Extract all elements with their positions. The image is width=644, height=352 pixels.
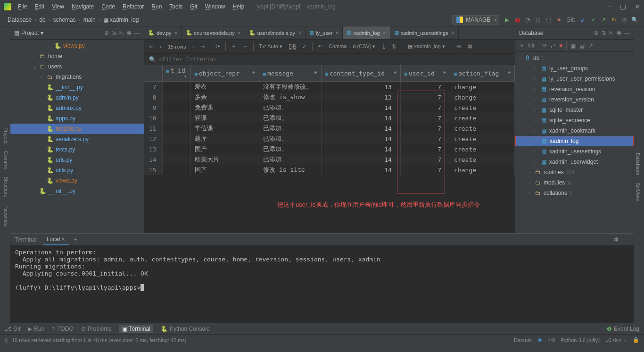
- maximize-icon[interactable]: ▢: [620, 3, 626, 10]
- caret-position[interactable]: 4:9: [548, 337, 555, 343]
- table-row[interactable]: 8多余修改 is_show137change: [144, 92, 515, 102]
- column-user_id[interactable]: ▦user_id÷: [400, 65, 450, 82]
- first-page-icon[interactable]: ⇤: [148, 43, 156, 50]
- db-table-ly_user_groups[interactable]: ›▦ly_user_groups: [515, 63, 634, 74]
- import-icon[interactable]: ⇅: [390, 43, 398, 50]
- gutter-structure[interactable]: Structure: [2, 173, 10, 201]
- breadcrumb-main[interactable]: main: [82, 17, 98, 23]
- table-row[interactable]: 10轻课已添加。147create: [144, 113, 515, 123]
- menu-run[interactable]: Run: [149, 2, 165, 11]
- tree-item-utils-py[interactable]: 🐍utils.py: [10, 165, 144, 176]
- concurrency-icon[interactable]: ⬚: [545, 16, 552, 24]
- tab-users-models-py[interactable]: 🐍users\models.py×: [245, 26, 305, 39]
- menu-window[interactable]: Window: [202, 2, 228, 11]
- tab-ly_user[interactable]: ▦ly_user×: [305, 26, 343, 39]
- terminal-hide-icon[interactable]: —: [623, 236, 629, 243]
- column-t_id[interactable]: ▦t_id÷: [162, 65, 190, 82]
- debug-icon[interactable]: 🐞: [513, 16, 521, 24]
- git-commit-icon[interactable]: ✓: [589, 16, 597, 24]
- db-table-xadmin_userwidget[interactable]: ›▦xadmin_userwidget: [515, 157, 634, 167]
- tool-todo[interactable]: ≡ TODO: [52, 326, 73, 332]
- db-table-sqlite_sequence[interactable]: ›▦sqlite_sequence: [515, 115, 634, 126]
- db-jump-icon[interactable]: ↗: [588, 42, 593, 49]
- db-sync-icon[interactable]: ⇄: [551, 42, 555, 49]
- tree-item-models-py[interactable]: 🐍models.py: [10, 124, 144, 134]
- breadcrumb-schemas[interactable]: schemas: [51, 17, 78, 23]
- column-message[interactable]: ▦message÷: [259, 65, 322, 82]
- git-push-icon[interactable]: ↗: [600, 16, 607, 24]
- db-table-reversion_revision[interactable]: ›▦reversion_revision: [515, 84, 634, 94]
- tree-item-urls-py[interactable]: 🐍urls.py: [10, 155, 144, 165]
- db-root[interactable]: ⌄🛢db1: [515, 53, 634, 63]
- table-row[interactable]: 9免费课已添加。147create: [144, 102, 515, 113]
- db-add-icon[interactable]: ＋: [519, 42, 525, 50]
- row-count-label[interactable]: 15 rows: [166, 44, 188, 50]
- db-folder-collations[interactable]: ›🗀collations3: [515, 188, 634, 198]
- git-branch[interactable]: ⎇ dev ⌄: [605, 337, 627, 343]
- database-tree[interactable]: ⌄🛢db1›▦ly_user_groups›▦ly_user_user_perm…: [515, 52, 634, 233]
- menu-file[interactable]: File: [15, 2, 30, 11]
- menu-refactor[interactable]: Refactor: [120, 2, 147, 11]
- ddl-icon[interactable]: D̲B̲: [287, 43, 298, 50]
- breadcrumb-db[interactable]: db: [37, 17, 47, 23]
- breadcrumb-xadmin_log[interactable]: ▦ xadmin_log: [101, 17, 141, 23]
- theme-label[interactable]: Darcula: [514, 337, 532, 343]
- table-row[interactable]: 11学位课已添加。147create: [144, 123, 515, 134]
- tab-close-icon[interactable]: ×: [298, 30, 301, 36]
- search-everywhere-icon[interactable]: 🔍: [631, 16, 638, 24]
- db-table-sqlite_master[interactable]: ›▦sqlite_master: [515, 105, 634, 115]
- interpreter-label[interactable]: Python 3.6 (luffy): [561, 337, 600, 343]
- menu-tools[interactable]: Tools: [166, 2, 185, 11]
- table-dropdown[interactable]: ▦ xadmin_log ▾: [406, 43, 446, 50]
- table-row[interactable]: 7爱衣没有字段被修改。137change: [144, 82, 515, 92]
- tab-close-icon[interactable]: ×: [238, 30, 241, 36]
- tree-item-migrations[interactable]: ›🗀migrations: [10, 72, 144, 82]
- db-table-ly_user_user_permissions[interactable]: ›▦ly_user_user_permissions: [515, 74, 634, 84]
- db-stop-icon[interactable]: ■: [559, 42, 562, 49]
- breadcrumb-Database[interactable]: Database: [6, 17, 33, 23]
- tool-python-console[interactable]: 🐍 Python Console: [161, 326, 210, 332]
- tab-course-models-py[interactable]: 🐍course\models.py×: [182, 26, 245, 39]
- db-table-xadmin_usersettings[interactable]: ›▦xadmin_usersettings: [515, 146, 634, 157]
- project-tree[interactable]: 🐍views.py›🗀home⌄🗀users›🗀migrations🐍__ini…: [10, 40, 144, 233]
- terminal-tab-local[interactable]: Local ×: [43, 234, 69, 245]
- table-row[interactable]: 15国产修改 is_site147change: [144, 165, 515, 175]
- revert-icon[interactable]: ↶: [316, 43, 324, 50]
- tree-item-admin-py[interactable]: 🐍admin.py: [10, 92, 144, 103]
- menu-view[interactable]: View: [49, 2, 67, 11]
- db-settings-icon[interactable]: ✽: [617, 30, 621, 36]
- tree-item-apps-py[interactable]: 🐍apps.py: [10, 113, 144, 124]
- lock-icon[interactable]: 🔒: [633, 337, 639, 343]
- column-action_flag[interactable]: ▦action_flag÷: [450, 65, 515, 82]
- terminal-output[interactable]: Operations to perform: Apply all migrati…: [10, 246, 634, 323]
- tree-item-serializers-py[interactable]: 🐍serializers.py: [10, 134, 144, 144]
- minimize-icon[interactable]: ─: [607, 3, 611, 10]
- git-history-icon[interactable]: ↻: [610, 16, 618, 24]
- stop-icon[interactable]: ■: [555, 16, 562, 24]
- tool-run[interactable]: ▶ Run: [28, 326, 44, 332]
- locate-icon[interactable]: ⊕: [104, 30, 109, 36]
- tree-item-users[interactable]: ⌄🗀users: [10, 61, 144, 72]
- filter-criteria-input[interactable]: 🔍 <Filter Criteria>: [144, 54, 515, 65]
- tool-problems[interactable]: ⊘ Problems: [81, 326, 112, 332]
- prev-page-icon[interactable]: ‹: [158, 43, 163, 50]
- tree-item-views-py[interactable]: 🐍views.py: [10, 41, 144, 51]
- tree-item-tests-py[interactable]: 🐍tests.py: [10, 144, 144, 155]
- db-table-xadmin_log[interactable]: ›▦xadmin_log: [515, 136, 634, 146]
- db-filter-icon[interactable]: ⇅: [602, 30, 606, 36]
- add-row-icon[interactable]: ＋: [230, 42, 238, 50]
- menu-edit[interactable]: Edit: [32, 2, 47, 11]
- view-icon[interactable]: 👁: [455, 43, 463, 50]
- menu-navigate[interactable]: Navigate: [69, 2, 97, 11]
- tab-xadmin_usersettings[interactable]: ▦xadmin_usersettings×: [390, 26, 459, 39]
- expand-icon[interactable]: ⇲: [112, 30, 116, 36]
- tx-mode-dropdown[interactable]: Tx: Auto ▾: [257, 43, 284, 50]
- remove-row-icon[interactable]: －: [241, 42, 249, 50]
- coverage-icon[interactable]: ◔: [524, 16, 531, 24]
- tab-close-icon[interactable]: ×: [451, 30, 454, 36]
- collapse-icon[interactable]: ⇱: [119, 30, 124, 36]
- gutter-sciview[interactable]: SciView: [634, 179, 642, 205]
- db-table-xadmin_bookmark[interactable]: ›▦xadmin_bookmark: [515, 126, 634, 136]
- profile-icon[interactable]: ◷: [534, 16, 542, 24]
- history-icon[interactable]: ◷: [620, 16, 628, 24]
